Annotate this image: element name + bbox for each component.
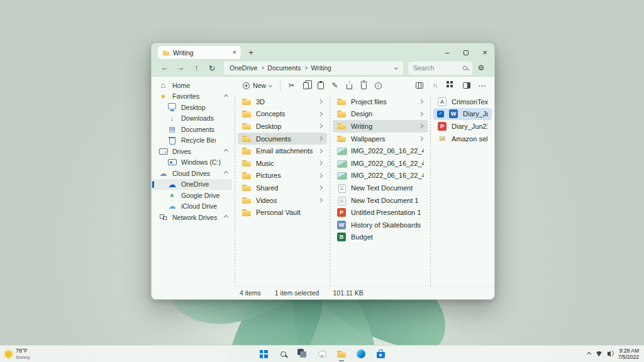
chevron-up-icon[interactable] [224, 215, 228, 219]
new-button[interactable]: New [238, 79, 276, 92]
delete-button[interactable] [357, 79, 371, 93]
layout-button[interactable] [412, 79, 426, 93]
chevron-right-icon[interactable] [318, 185, 323, 190]
share-button[interactable] [342, 79, 357, 93]
edge-button[interactable] [354, 346, 368, 361]
properties-button[interactable] [371, 79, 386, 93]
file-row-img[interactable]: IMG_2022_06_16_22_43 [333, 170, 428, 182]
folder-row-desktop[interactable]: Desktop [238, 120, 327, 133]
sidebar-item-windows-c[interactable]: Windows (C:) [152, 157, 235, 168]
folder-row-wallpapers[interactable]: Wallpapers [333, 133, 428, 145]
chevron-right-icon[interactable] [419, 124, 423, 128]
sidebar-section-favorites[interactable]: Favorites [152, 91, 235, 102]
sidebar-section-drives[interactable]: Drives [152, 146, 235, 157]
cut-button[interactable] [284, 79, 299, 93]
folder-row-project-files[interactable]: Project files [333, 96, 428, 108]
sidebar-item-documents[interactable]: Documents [152, 124, 235, 135]
details-pane-button[interactable] [459, 79, 474, 93]
breadcrumb[interactable]: OneDrive Documents Writing [224, 62, 403, 75]
folder-row-design[interactable]: Design [333, 108, 428, 121]
address-dropdown-icon[interactable] [394, 66, 398, 70]
search-input[interactable]: Search [408, 62, 472, 75]
chevron-right-icon[interactable] [318, 161, 323, 165]
file-label: CrimsonText-Regular [452, 98, 488, 106]
volume-icon[interactable] [608, 352, 610, 356]
chevron-right-icon[interactable] [318, 124, 323, 128]
file-row-amazon-sellers-newsletter[interactable]: Amazon sellers newsl [433, 133, 492, 145]
sidebar-item-google-drive[interactable]: Google Drive [152, 190, 235, 201]
file-row-history-of-skateboards[interactable]: WHistory of Skateboards [333, 219, 428, 231]
file-row-img[interactable]: IMG_2022_06_16_22_43 [333, 145, 428, 157]
folder-row-videos[interactable]: Videos [238, 194, 327, 207]
weather-widget[interactable]: 78°F Sunny [5, 348, 30, 360]
sidebar-item-desktop[interactable]: Desktop [152, 102, 235, 113]
maximize-button[interactable] [457, 45, 475, 60]
refresh-button[interactable] [205, 62, 219, 75]
sidebar-item-icloud-drive[interactable]: iCloud Drive [152, 201, 235, 212]
sidebar-item-home[interactable]: Home [152, 80, 235, 91]
selected-checkbox[interactable] [437, 111, 444, 118]
folder-row-documents[interactable]: Documents [238, 133, 327, 145]
up-button[interactable] [189, 62, 203, 75]
folder-row-3d[interactable]: 3D [238, 96, 327, 108]
chevron-right-icon[interactable] [419, 136, 423, 141]
more-options-button[interactable] [475, 79, 489, 93]
folder-row-music[interactable]: Music [238, 157, 327, 170]
chevron-right-icon[interactable] [318, 136, 323, 141]
breadcrumb-onedrive[interactable]: OneDrive [230, 64, 257, 72]
sidebar-item-recycle-bin[interactable]: Recycle Bin [152, 135, 235, 146]
folder-row-concepts[interactable]: Concepts [238, 108, 327, 121]
file-row-new-text-document[interactable]: New Text Document [333, 182, 428, 194]
copy-button[interactable] [299, 79, 313, 93]
breadcrumb-documents[interactable]: Documents [267, 64, 301, 72]
sidebar-item-downloads[interactable]: Downloads [152, 113, 235, 124]
tab-writing[interactable]: Writing [158, 46, 241, 59]
rename-button[interactable] [328, 79, 342, 93]
minimize-button[interactable] [438, 45, 457, 60]
file-row-diary-jun21-exported[interactable]: PDiary_Jun21 Exported [433, 120, 492, 133]
chevron-right-icon[interactable] [318, 112, 323, 116]
new-tab-button[interactable] [245, 47, 257, 59]
close-button[interactable] [475, 45, 494, 60]
file-row-untitled-presentation[interactable]: PUntitled Presentation 1 [333, 206, 428, 219]
chevron-right-icon[interactable] [419, 112, 423, 116]
chevron-up-icon[interactable] [224, 94, 228, 99]
sidebar-section-network-drives[interactable]: Network Drives [152, 212, 235, 223]
chat-button[interactable] [315, 346, 329, 361]
chevron-right-icon[interactable] [318, 149, 323, 153]
chevron-up-icon[interactable] [224, 149, 228, 153]
view-options-button[interactable] [443, 79, 458, 93]
chevron-right-icon[interactable] [318, 198, 323, 202]
folder-row-pictures[interactable]: Pictures [238, 170, 327, 182]
file-row-img[interactable]: IMG_2022_06_16_22_43 [333, 157, 428, 170]
back-button[interactable] [158, 62, 172, 75]
tab-close-icon[interactable] [233, 49, 236, 56]
folder-row-shared[interactable]: Shared [238, 182, 327, 194]
file-row-crimsontext-regular[interactable]: ACrimsonText-Regular [433, 96, 492, 108]
folder-row-writing[interactable]: Writing [333, 120, 428, 133]
sidebar-section-cloud-drives[interactable]: Cloud Drives [152, 168, 235, 179]
file-row-budget[interactable]: BBudget [333, 231, 428, 244]
chevron-up-icon[interactable] [224, 171, 228, 175]
chevron-right-icon[interactable] [419, 99, 423, 104]
file-explorer-button[interactable] [335, 346, 348, 361]
file-row-diary-jun21[interactable]: WDiary_Jun21 [433, 108, 492, 121]
taskbar-clock[interactable]: 9:28 AM 7/5/2022 [618, 348, 639, 360]
paste-button[interactable] [313, 79, 328, 93]
folder-row-email-attachments[interactable]: Email attachments [238, 145, 327, 157]
sidebar-item-onedrive[interactable]: OneDrive [152, 179, 232, 190]
settings-gear-button[interactable] [474, 62, 488, 75]
sort-button[interactable] [428, 79, 442, 93]
tray-overflow-button[interactable] [587, 351, 591, 356]
taskbar-search-button[interactable] [276, 346, 290, 361]
folder-row-personal-vault[interactable]: Personal Vault [238, 206, 327, 219]
breadcrumb-writing[interactable]: Writing [311, 64, 331, 72]
task-view-button[interactable] [296, 346, 309, 361]
start-button[interactable] [257, 346, 270, 361]
forward-button[interactable] [174, 62, 187, 75]
chevron-right-icon[interactable] [318, 173, 323, 178]
store-button[interactable] [374, 346, 387, 361]
file-row-new-text-document-1[interactable]: New Text Document 1 [333, 194, 428, 207]
wifi-icon[interactable] [596, 351, 602, 357]
chevron-right-icon[interactable] [318, 99, 323, 104]
